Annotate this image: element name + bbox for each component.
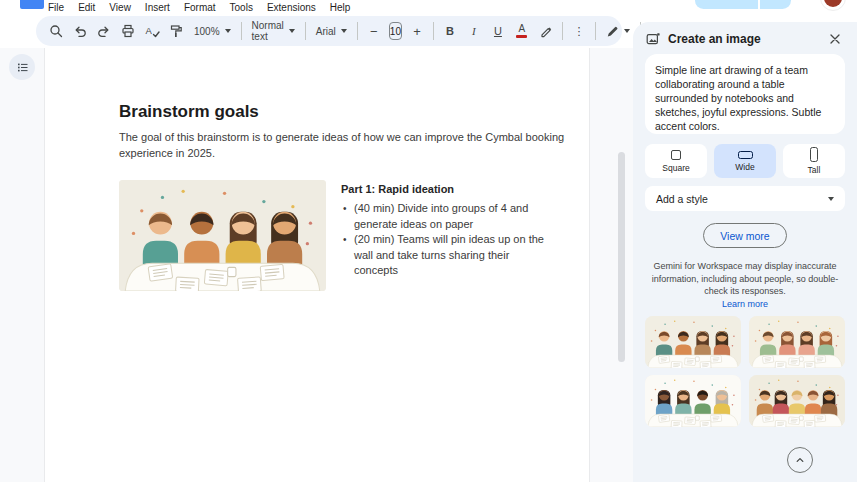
generated-image-1[interactable] (645, 316, 741, 368)
redo-icon[interactable] (92, 19, 116, 43)
menu-file[interactable]: File (48, 2, 64, 13)
increase-font-size-button[interactable]: + (405, 19, 429, 43)
paragraph-style-select[interactable]: Normal text (246, 20, 301, 42)
zoom-select[interactable]: 100% (188, 26, 237, 37)
spellcheck-icon[interactable]: A (140, 19, 164, 43)
vertical-scrollbar[interactable] (618, 152, 625, 362)
view-more-button[interactable]: View more (703, 223, 786, 248)
aspect-wide-button[interactable]: Wide (714, 144, 776, 178)
document-workspace: Brainstorm goals The goal of this brains… (0, 48, 633, 482)
menubar: File Edit View Insert Format Tools Exten… (0, 0, 857, 15)
more-options-button[interactable]: ⋮ (567, 19, 591, 43)
font-family-select[interactable]: Arial (310, 26, 353, 37)
square-shape-icon (671, 150, 681, 160)
menu-edit[interactable]: Edit (78, 2, 95, 13)
underline-button[interactable]: U (486, 19, 510, 43)
chevron-down-icon (225, 29, 231, 33)
chevron-down-icon (289, 29, 295, 33)
gemini-disclaimer: Gemini for Workspace may display inaccur… (648, 260, 842, 298)
create-image-icon (646, 32, 660, 46)
generated-image-3[interactable] (645, 375, 741, 427)
style-dropdown[interactable]: Add a style (645, 186, 845, 211)
highlight-color-icon[interactable] (534, 19, 558, 43)
toolbar: A 100% Normal text Arial − 10 + B I U A … (36, 16, 622, 46)
wide-shape-icon (738, 151, 753, 159)
menu-format[interactable]: Format (184, 2, 216, 13)
chevron-down-icon (828, 197, 834, 201)
generated-image-2[interactable] (749, 316, 845, 368)
doc-inline-image[interactable] (119, 180, 326, 291)
aspect-square-button[interactable]: Square (645, 144, 707, 178)
aspect-tall-button[interactable]: Tall (783, 144, 845, 178)
close-icon[interactable] (826, 30, 844, 48)
chevron-down-icon (624, 29, 630, 33)
chevron-down-icon (341, 29, 347, 33)
doc-bullet-list: (40 min) Divide into groups of 4 and gen… (341, 201, 555, 279)
panel-title: Create an image (668, 32, 826, 46)
doc-bullet-item: (20 min) Teams will pin ideas up on the … (341, 232, 555, 279)
doc-heading: Brainstorm goals (119, 102, 259, 122)
menu-tools[interactable]: Tools (230, 2, 253, 13)
collapse-panel-button[interactable] (787, 447, 813, 473)
bold-button[interactable]: B (438, 19, 462, 43)
generated-image-4[interactable] (749, 375, 845, 427)
tall-shape-icon (810, 147, 818, 162)
share-button[interactable] (695, 0, 791, 9)
menu-view[interactable]: View (109, 2, 131, 13)
outline-list-icon (16, 61, 29, 74)
font-size-input[interactable]: 10 (389, 22, 402, 40)
menu-help[interactable]: Help (330, 2, 351, 13)
undo-icon[interactable] (68, 19, 92, 43)
doc-paragraph: The goal of this brainstorm is to genera… (119, 130, 571, 161)
doc-section-title: Part 1: Rapid ideation (341, 183, 555, 195)
search-icon[interactable] (44, 19, 68, 43)
pencil-icon (606, 25, 619, 38)
svg-text:A: A (145, 25, 152, 36)
menu-insert[interactable]: Insert (145, 2, 170, 13)
print-icon[interactable] (116, 19, 140, 43)
chevron-up-icon (794, 454, 806, 466)
decrease-font-size-button[interactable]: − (362, 19, 386, 43)
paint-format-icon[interactable] (164, 19, 188, 43)
account-avatar[interactable] (820, 0, 846, 11)
document-outline-button[interactable] (9, 54, 35, 80)
doc-bullet-item: (40 min) Divide into groups of 4 and gen… (341, 201, 555, 232)
document-page[interactable]: Brainstorm goals The goal of this brains… (44, 48, 590, 482)
aspect-ratio-group: Square Wide Tall (645, 144, 845, 178)
generated-images-grid (645, 316, 845, 427)
docs-logo[interactable] (20, 0, 44, 9)
text-color-button[interactable]: A (510, 19, 534, 43)
italic-button[interactable]: I (462, 19, 486, 43)
prompt-input[interactable]: Simple line art drawing of a team collab… (645, 54, 845, 134)
editing-mode-select[interactable] (600, 25, 636, 38)
learn-more-link[interactable]: Learn more (633, 299, 857, 309)
create-image-panel: Create an image Simple line art drawing … (633, 22, 857, 482)
menu-extensions[interactable]: Extensions (267, 2, 316, 13)
